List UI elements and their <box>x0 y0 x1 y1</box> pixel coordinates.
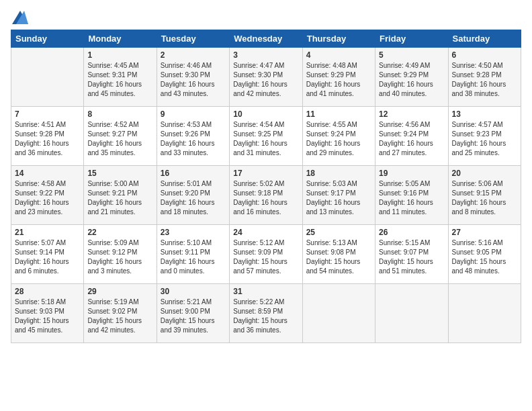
day-info: Sunrise: 4:51 AM Sunset: 9:28 PM Dayligh… <box>15 120 80 158</box>
day-number: 15 <box>87 169 152 178</box>
day-info: Sunrise: 5:21 AM Sunset: 9:00 PM Dayligh… <box>161 298 226 335</box>
day-info: Sunrise: 4:54 AM Sunset: 9:25 PM Dayligh… <box>233 120 298 158</box>
day-cell: 31Sunrise: 5:22 AM Sunset: 8:59 PM Dayli… <box>230 284 302 343</box>
day-info: Sunrise: 5:07 AM Sunset: 9:14 PM Dayligh… <box>15 238 80 276</box>
day-number: 16 <box>161 169 226 178</box>
day-number: 2 <box>161 50 226 60</box>
week-row-3: 14Sunrise: 4:58 AM Sunset: 9:22 PM Dayli… <box>11 166 521 225</box>
day-number: 5 <box>379 50 444 60</box>
day-cell <box>448 284 521 343</box>
day-number: 3 <box>233 50 298 60</box>
day-cell: 2Sunrise: 4:46 AM Sunset: 9:30 PM Daylig… <box>157 48 229 107</box>
day-cell <box>11 48 84 107</box>
day-cell <box>375 284 448 343</box>
day-cell: 22Sunrise: 5:09 AM Sunset: 9:12 PM Dayli… <box>84 225 157 284</box>
day-info: Sunrise: 4:46 AM Sunset: 9:30 PM Dayligh… <box>161 61 226 99</box>
day-number: 8 <box>87 109 152 119</box>
header-cell-sunday: Sunday <box>11 30 84 48</box>
day-cell: 3Sunrise: 4:47 AM Sunset: 9:30 PM Daylig… <box>230 48 302 107</box>
calendar-container: SundayMondayTuesdayWednesdayThursdayFrid… <box>0 0 532 411</box>
day-cell: 12Sunrise: 4:56 AM Sunset: 9:24 PM Dayli… <box>375 107 448 166</box>
day-info: Sunrise: 5:00 AM Sunset: 9:21 PM Dayligh… <box>87 179 152 217</box>
header-cell-thursday: Thursday <box>302 30 375 48</box>
day-cell: 16Sunrise: 5:01 AM Sunset: 9:20 PM Dayli… <box>157 166 229 225</box>
day-cell: 17Sunrise: 5:02 AM Sunset: 9:18 PM Dayli… <box>230 166 302 225</box>
day-cell: 21Sunrise: 5:07 AM Sunset: 9:14 PM Dayli… <box>11 225 84 284</box>
day-info: Sunrise: 4:45 AM Sunset: 9:31 PM Dayligh… <box>87 61 152 99</box>
day-number: 18 <box>306 169 371 178</box>
day-number: 14 <box>15 169 80 178</box>
day-number: 27 <box>452 228 517 237</box>
day-number: 13 <box>452 109 517 119</box>
day-number: 1 <box>87 50 152 60</box>
header-cell-wednesday: Wednesday <box>230 30 302 48</box>
day-number: 10 <box>233 109 298 119</box>
day-cell: 23Sunrise: 5:10 AM Sunset: 9:11 PM Dayli… <box>157 225 229 284</box>
day-cell: 29Sunrise: 5:19 AM Sunset: 9:02 PM Dayli… <box>84 284 157 343</box>
day-cell: 24Sunrise: 5:12 AM Sunset: 9:09 PM Dayli… <box>230 225 302 284</box>
day-info: Sunrise: 4:47 AM Sunset: 9:30 PM Dayligh… <box>233 61 298 99</box>
day-number: 20 <box>452 169 517 178</box>
day-cell: 9Sunrise: 4:53 AM Sunset: 9:26 PM Daylig… <box>157 107 229 166</box>
day-info: Sunrise: 5:22 AM Sunset: 8:59 PM Dayligh… <box>233 298 298 335</box>
day-info: Sunrise: 5:19 AM Sunset: 9:02 PM Dayligh… <box>87 298 152 335</box>
day-cell: 25Sunrise: 5:13 AM Sunset: 9:08 PM Dayli… <box>302 225 375 284</box>
day-number: 23 <box>161 228 226 237</box>
day-info: Sunrise: 4:50 AM Sunset: 9:28 PM Dayligh… <box>452 61 517 99</box>
week-row-1: 1Sunrise: 4:45 AM Sunset: 9:31 PM Daylig… <box>11 48 521 107</box>
day-info: Sunrise: 5:05 AM Sunset: 9:16 PM Dayligh… <box>379 179 444 217</box>
header-cell-monday: Monday <box>84 30 157 48</box>
day-cell: 15Sunrise: 5:00 AM Sunset: 9:21 PM Dayli… <box>84 166 157 225</box>
header-row: SundayMondayTuesdayWednesdayThursdayFrid… <box>11 30 521 48</box>
day-number: 29 <box>87 287 152 296</box>
day-info: Sunrise: 5:10 AM Sunset: 9:11 PM Dayligh… <box>161 238 226 276</box>
day-info: Sunrise: 5:16 AM Sunset: 9:05 PM Dayligh… <box>452 238 517 276</box>
day-cell: 19Sunrise: 5:05 AM Sunset: 9:16 PM Dayli… <box>375 166 448 225</box>
day-cell: 8Sunrise: 4:52 AM Sunset: 9:27 PM Daylig… <box>84 107 157 166</box>
day-info: Sunrise: 5:13 AM Sunset: 9:08 PM Dayligh… <box>306 238 371 276</box>
day-info: Sunrise: 5:06 AM Sunset: 9:15 PM Dayligh… <box>452 179 517 217</box>
week-row-5: 28Sunrise: 5:18 AM Sunset: 9:03 PM Dayli… <box>11 284 521 343</box>
day-cell: 11Sunrise: 4:55 AM Sunset: 9:24 PM Dayli… <box>302 107 375 166</box>
day-number: 6 <box>452 50 517 60</box>
day-cell: 30Sunrise: 5:21 AM Sunset: 9:00 PM Dayli… <box>157 284 229 343</box>
day-number: 24 <box>233 228 298 237</box>
day-cell: 28Sunrise: 5:18 AM Sunset: 9:03 PM Dayli… <box>11 284 84 343</box>
day-cell: 13Sunrise: 4:57 AM Sunset: 9:23 PM Dayli… <box>448 107 521 166</box>
day-number: 21 <box>15 228 80 237</box>
day-cell: 10Sunrise: 4:54 AM Sunset: 9:25 PM Dayli… <box>230 107 302 166</box>
day-cell: 27Sunrise: 5:16 AM Sunset: 9:05 PM Dayli… <box>448 225 521 284</box>
day-number: 7 <box>15 109 80 119</box>
header <box>11 11 521 24</box>
day-info: Sunrise: 4:56 AM Sunset: 9:24 PM Dayligh… <box>379 120 444 158</box>
day-number: 28 <box>15 287 80 296</box>
week-row-2: 7Sunrise: 4:51 AM Sunset: 9:28 PM Daylig… <box>11 107 521 166</box>
day-info: Sunrise: 5:15 AM Sunset: 9:07 PM Dayligh… <box>379 238 444 276</box>
day-number: 22 <box>87 228 152 237</box>
day-cell: 5Sunrise: 4:49 AM Sunset: 9:29 PM Daylig… <box>375 48 448 107</box>
day-info: Sunrise: 5:18 AM Sunset: 9:03 PM Dayligh… <box>15 298 80 335</box>
day-number: 25 <box>306 228 371 237</box>
day-number: 12 <box>379 109 444 119</box>
day-info: Sunrise: 4:57 AM Sunset: 9:23 PM Dayligh… <box>452 120 517 158</box>
day-cell: 4Sunrise: 4:48 AM Sunset: 9:29 PM Daylig… <box>302 48 375 107</box>
day-info: Sunrise: 5:01 AM Sunset: 9:20 PM Dayligh… <box>161 179 226 217</box>
day-info: Sunrise: 4:58 AM Sunset: 9:22 PM Dayligh… <box>15 179 80 217</box>
day-number: 17 <box>233 169 298 178</box>
header-cell-saturday: Saturday <box>448 30 521 48</box>
day-number: 31 <box>233 287 298 296</box>
calendar-body: 1Sunrise: 4:45 AM Sunset: 9:31 PM Daylig… <box>11 48 521 343</box>
day-cell: 6Sunrise: 4:50 AM Sunset: 9:28 PM Daylig… <box>448 48 521 107</box>
day-number: 4 <box>306 50 371 60</box>
logo-icon <box>12 11 28 24</box>
day-info: Sunrise: 5:09 AM Sunset: 9:12 PM Dayligh… <box>87 238 152 276</box>
day-cell: 26Sunrise: 5:15 AM Sunset: 9:07 PM Dayli… <box>375 225 448 284</box>
day-info: Sunrise: 4:53 AM Sunset: 9:26 PM Dayligh… <box>161 120 226 158</box>
day-info: Sunrise: 4:52 AM Sunset: 9:27 PM Dayligh… <box>87 120 152 158</box>
day-info: Sunrise: 4:55 AM Sunset: 9:24 PM Dayligh… <box>306 120 371 158</box>
day-cell <box>302 284 375 343</box>
week-row-4: 21Sunrise: 5:07 AM Sunset: 9:14 PM Dayli… <box>11 225 521 284</box>
day-cell: 20Sunrise: 5:06 AM Sunset: 9:15 PM Dayli… <box>448 166 521 225</box>
day-cell: 14Sunrise: 4:58 AM Sunset: 9:22 PM Dayli… <box>11 166 84 225</box>
day-cell: 1Sunrise: 4:45 AM Sunset: 9:31 PM Daylig… <box>84 48 157 107</box>
